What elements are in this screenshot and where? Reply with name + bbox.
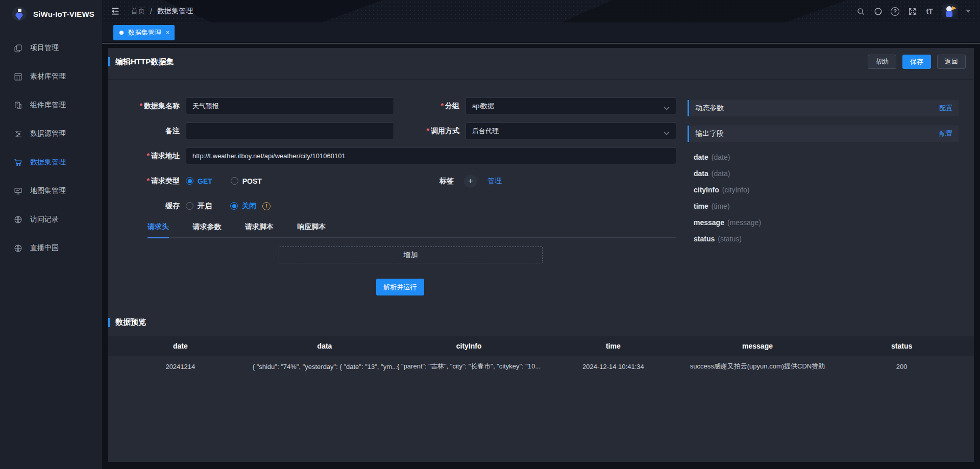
sliders-icon bbox=[14, 130, 22, 138]
remark-input[interactable] bbox=[186, 122, 394, 139]
menu-fold-icon[interactable] bbox=[110, 7, 120, 15]
table-cell: 200 bbox=[829, 363, 974, 371]
invoke-mode-select-value: 后台代理 bbox=[472, 127, 499, 136]
caret-down-icon[interactable] bbox=[966, 10, 971, 13]
table-cell: 20241214 bbox=[108, 363, 253, 371]
save-button[interactable]: 保存 bbox=[902, 55, 931, 69]
font-size-icon[interactable]: tT bbox=[925, 7, 934, 16]
help-icon[interactable]: ? bbox=[891, 7, 899, 16]
group-select-value: api数据 bbox=[472, 102, 494, 111]
tab-response-script[interactable]: 响应脚本 bbox=[297, 223, 326, 237]
data-preview-title: 数据预览 bbox=[115, 317, 146, 327]
request-type-get-option[interactable]: GET bbox=[198, 177, 212, 185]
grid-icon bbox=[14, 72, 22, 81]
sidebar-item-live-china[interactable]: 直播中国 bbox=[0, 234, 102, 262]
tab-request-script[interactable]: 请求脚本 bbox=[245, 223, 274, 237]
data-preview-table: date data cityInfo time message status 2… bbox=[108, 336, 974, 377]
tab-request-headers[interactable]: 请求头 bbox=[148, 223, 169, 238]
astronaut-suit-shape bbox=[946, 11, 952, 17]
top-header: 首页 / 数据集管理 ? tT bbox=[102, 0, 980, 22]
app-logo-row: SiWu-IoT-VIEWS bbox=[0, 0, 102, 28]
dataset-name-input[interactable] bbox=[186, 97, 394, 114]
active-tab-dot bbox=[119, 31, 124, 35]
invoke-mode-select[interactable]: 后台代理 bbox=[465, 122, 676, 139]
cache-off-radio[interactable] bbox=[230, 202, 238, 210]
required-marker: * bbox=[441, 102, 444, 110]
dynamic-params-config-link[interactable]: 配置 bbox=[939, 104, 952, 113]
plus-icon: + bbox=[468, 177, 473, 186]
group-select[interactable]: api数据 bbox=[465, 97, 676, 114]
column-header: message bbox=[685, 342, 830, 350]
cache-on-option[interactable]: 开启 bbox=[198, 202, 212, 211]
title-accent-bar bbox=[108, 318, 110, 327]
cache-label: 缓存 bbox=[108, 202, 186, 211]
dynamic-params-header: 动态参数 配置 bbox=[688, 100, 959, 116]
cache-on-radio[interactable] bbox=[186, 202, 193, 210]
column-header: cityInfo bbox=[397, 342, 541, 350]
params-panel: 动态参数 配置 输出字段 配置 date(date) data(data) ci… bbox=[688, 100, 959, 247]
request-url-input[interactable] bbox=[186, 147, 676, 164]
sidebar-item-material[interactable]: 素材库管理 bbox=[0, 62, 102, 91]
close-icon[interactable]: × bbox=[166, 29, 169, 36]
cache-off-option[interactable]: 关闭 bbox=[242, 202, 256, 211]
column-header: time bbox=[541, 342, 685, 350]
required-marker: * bbox=[140, 102, 142, 110]
sidebar-item-project[interactable]: 项目管理 bbox=[0, 34, 102, 62]
manage-tags-link[interactable]: 管理 bbox=[487, 177, 502, 186]
globe-icon bbox=[14, 244, 22, 253]
required-marker: * bbox=[427, 127, 429, 135]
tab-label: 数据集管理 bbox=[128, 28, 161, 37]
map-board-icon bbox=[14, 187, 22, 195]
table-header-row: date data cityInfo time message status bbox=[108, 336, 974, 356]
tab-dataset-management[interactable]: 数据集管理 × bbox=[113, 25, 175, 40]
column-header: date bbox=[108, 342, 253, 350]
output-field-item: status(status) bbox=[688, 231, 959, 247]
help-glyph: ? bbox=[893, 8, 897, 14]
tab-request-params[interactable]: 请求参数 bbox=[192, 223, 221, 237]
head-divider bbox=[108, 79, 974, 80]
sidebar-item-label: 直播中国 bbox=[30, 243, 59, 253]
help-button[interactable]: 帮助 bbox=[868, 55, 896, 69]
add-header-button[interactable]: 增加 bbox=[279, 246, 543, 263]
sidebar-item-mapset[interactable]: 地图集管理 bbox=[0, 177, 102, 205]
user-avatar[interactable] bbox=[942, 4, 958, 19]
sidebar-item-datasource[interactable]: 数据源管理 bbox=[0, 119, 102, 148]
request-url-label: *请求地址 bbox=[108, 152, 186, 161]
output-fields-config-link[interactable]: 配置 bbox=[939, 129, 952, 138]
back-button[interactable]: 返回 bbox=[937, 55, 966, 69]
fullscreen-icon[interactable] bbox=[908, 7, 917, 16]
dataset-name-label: *数据集名称 bbox=[108, 102, 186, 111]
sidebar-item-label: 素材库管理 bbox=[30, 72, 66, 81]
dynamic-params-title: 动态参数 bbox=[695, 104, 724, 113]
request-type-post-option[interactable]: POST bbox=[242, 177, 262, 185]
output-field-item: date(date) bbox=[688, 149, 959, 165]
request-type-post-radio[interactable] bbox=[231, 177, 238, 185]
page-title: 编辑HTTP数据集 bbox=[115, 57, 174, 67]
add-tag-button[interactable]: + bbox=[464, 175, 477, 188]
breadcrumb-home[interactable]: 首页 bbox=[131, 7, 145, 16]
sidebar-item-dataset[interactable]: 数据集管理 bbox=[0, 148, 102, 177]
sidebar-item-access-log[interactable]: 访问记录 bbox=[0, 205, 102, 234]
sidebar: SiWu-IoT-VIEWS 项目管理 素材库管理 组件库管理 数据源管理 数据… bbox=[0, 0, 102, 469]
table-cell: 2024-12-14 10:41:34 bbox=[541, 363, 685, 371]
github-icon[interactable] bbox=[873, 7, 883, 16]
title-accent-bar bbox=[108, 57, 110, 66]
request-type-get-radio[interactable] bbox=[186, 177, 193, 185]
parse-and-run-button[interactable]: 解析并运行 bbox=[376, 279, 424, 295]
breadcrumb-current: 数据集管理 bbox=[157, 7, 193, 16]
group-label: *分组 bbox=[394, 102, 465, 111]
app-title: SiWu-IoT-VIEWS bbox=[33, 10, 94, 18]
sidebar-item-label: 数据集管理 bbox=[30, 158, 66, 167]
search-icon[interactable] bbox=[856, 7, 865, 16]
table-cell: { "parent": "吉林", "city": "长春市", "cityke… bbox=[397, 362, 541, 371]
sidebar-item-component[interactable]: 组件库管理 bbox=[0, 91, 102, 119]
chevron-down-icon bbox=[664, 129, 670, 133]
tags-label: 标签 bbox=[439, 177, 454, 186]
sidebar-item-label: 访问记录 bbox=[30, 215, 59, 224]
open-tabs-bar: 数据集管理 × bbox=[102, 22, 980, 43]
output-field-item: data(data) bbox=[688, 165, 959, 182]
table-row: 20241214 { "shidu": "74%", "yesterday": … bbox=[108, 356, 974, 377]
sidebar-menu: 项目管理 素材库管理 组件库管理 数据源管理 数据集管理 地图集管理 访问记录 bbox=[0, 34, 102, 262]
invoke-mode-label: *调用方式 bbox=[394, 127, 465, 136]
copy-icon bbox=[14, 44, 22, 53]
